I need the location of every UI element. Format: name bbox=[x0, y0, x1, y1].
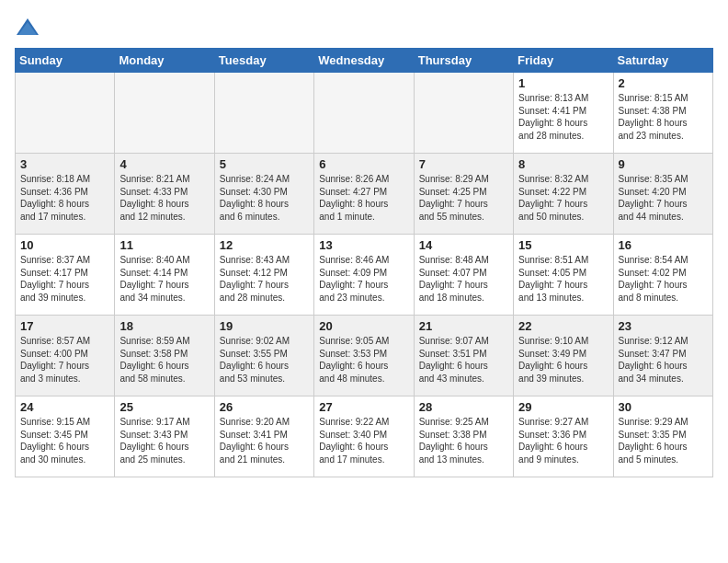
calendar-cell: 16Sunrise: 8:54 AM Sunset: 4:02 PM Dayli… bbox=[613, 235, 712, 316]
day-number: 12 bbox=[220, 238, 309, 252]
day-info: Sunrise: 8:15 AM Sunset: 4:38 PM Dayligh… bbox=[619, 92, 708, 142]
column-header-friday: Friday bbox=[514, 49, 613, 73]
calendar-cell: 4Sunrise: 8:21 AM Sunset: 4:33 PM Daylig… bbox=[115, 154, 214, 235]
calendar-cell bbox=[214, 73, 313, 154]
day-info: Sunrise: 9:07 AM Sunset: 3:51 PM Dayligh… bbox=[419, 335, 508, 385]
calendar-cell bbox=[16, 73, 115, 154]
calendar-cell: 23Sunrise: 9:12 AM Sunset: 3:47 PM Dayli… bbox=[613, 316, 712, 396]
day-info: Sunrise: 8:37 AM Sunset: 4:17 PM Dayligh… bbox=[20, 254, 109, 304]
calendar-week-row: 24Sunrise: 9:15 AM Sunset: 3:45 PM Dayli… bbox=[16, 396, 713, 477]
day-number: 17 bbox=[20, 319, 109, 333]
calendar-cell bbox=[115, 73, 214, 154]
day-info: Sunrise: 9:05 AM Sunset: 3:53 PM Dayligh… bbox=[319, 335, 408, 385]
day-number: 23 bbox=[619, 319, 708, 333]
calendar-cell: 12Sunrise: 8:43 AM Sunset: 4:12 PM Dayli… bbox=[214, 235, 313, 316]
column-header-wednesday: Wednesday bbox=[314, 49, 414, 73]
day-number: 1 bbox=[518, 76, 608, 90]
day-number: 27 bbox=[319, 400, 408, 414]
day-info: Sunrise: 8:57 AM Sunset: 4:00 PM Dayligh… bbox=[20, 335, 109, 385]
calendar-cell: 10Sunrise: 8:37 AM Sunset: 4:17 PM Dayli… bbox=[16, 235, 115, 316]
day-number: 14 bbox=[419, 238, 508, 252]
day-info: Sunrise: 8:13 AM Sunset: 4:41 PM Dayligh… bbox=[518, 92, 608, 142]
day-info: Sunrise: 8:51 AM Sunset: 4:05 PM Dayligh… bbox=[518, 254, 608, 304]
calendar-cell: 3Sunrise: 8:18 AM Sunset: 4:36 PM Daylig… bbox=[16, 154, 115, 235]
calendar-cell: 6Sunrise: 8:26 AM Sunset: 4:27 PM Daylig… bbox=[314, 154, 414, 235]
day-info: Sunrise: 8:40 AM Sunset: 4:14 PM Dayligh… bbox=[119, 254, 209, 304]
page-header bbox=[15, 15, 713, 40]
calendar-cell: 5Sunrise: 8:24 AM Sunset: 4:30 PM Daylig… bbox=[214, 154, 313, 235]
calendar-cell bbox=[314, 73, 414, 154]
calendar-cell: 22Sunrise: 9:10 AM Sunset: 3:49 PM Dayli… bbox=[514, 316, 613, 396]
day-number: 20 bbox=[319, 319, 408, 333]
day-info: Sunrise: 8:48 AM Sunset: 4:07 PM Dayligh… bbox=[419, 254, 508, 304]
calendar-cell: 20Sunrise: 9:05 AM Sunset: 3:53 PM Dayli… bbox=[314, 316, 414, 396]
calendar-header-row: SundayMondayTuesdayWednesdayThursdayFrid… bbox=[16, 49, 713, 73]
day-info: Sunrise: 8:46 AM Sunset: 4:09 PM Dayligh… bbox=[319, 254, 408, 304]
day-info: Sunrise: 8:35 AM Sunset: 4:20 PM Dayligh… bbox=[619, 173, 708, 223]
day-info: Sunrise: 8:43 AM Sunset: 4:12 PM Dayligh… bbox=[220, 254, 309, 304]
day-number: 24 bbox=[20, 400, 109, 414]
day-info: Sunrise: 8:29 AM Sunset: 4:25 PM Dayligh… bbox=[419, 173, 508, 223]
calendar: SundayMondayTuesdayWednesdayThursdayFrid… bbox=[15, 48, 713, 477]
day-info: Sunrise: 8:59 AM Sunset: 3:58 PM Dayligh… bbox=[119, 335, 209, 385]
day-number: 13 bbox=[319, 238, 408, 252]
calendar-cell: 15Sunrise: 8:51 AM Sunset: 4:05 PM Dayli… bbox=[514, 235, 613, 316]
day-info: Sunrise: 8:32 AM Sunset: 4:22 PM Dayligh… bbox=[518, 173, 608, 223]
day-info: Sunrise: 9:22 AM Sunset: 3:40 PM Dayligh… bbox=[319, 416, 408, 465]
day-info: Sunrise: 9:15 AM Sunset: 3:45 PM Dayligh… bbox=[20, 416, 109, 465]
day-info: Sunrise: 8:26 AM Sunset: 4:27 PM Dayligh… bbox=[319, 173, 408, 223]
day-number: 2 bbox=[619, 76, 708, 90]
day-info: Sunrise: 9:10 AM Sunset: 3:49 PM Dayligh… bbox=[518, 335, 608, 385]
column-header-thursday: Thursday bbox=[414, 49, 513, 73]
day-number: 11 bbox=[119, 238, 209, 252]
calendar-cell: 13Sunrise: 8:46 AM Sunset: 4:09 PM Dayli… bbox=[314, 235, 414, 316]
calendar-cell: 19Sunrise: 9:02 AM Sunset: 3:55 PM Dayli… bbox=[214, 316, 313, 396]
calendar-cell: 21Sunrise: 9:07 AM Sunset: 3:51 PM Dayli… bbox=[414, 316, 513, 396]
day-number: 22 bbox=[518, 319, 608, 333]
day-info: Sunrise: 9:20 AM Sunset: 3:41 PM Dayligh… bbox=[220, 416, 309, 465]
calendar-cell: 9Sunrise: 8:35 AM Sunset: 4:20 PM Daylig… bbox=[613, 154, 712, 235]
calendar-week-row: 10Sunrise: 8:37 AM Sunset: 4:17 PM Dayli… bbox=[16, 235, 713, 316]
calendar-cell: 17Sunrise: 8:57 AM Sunset: 4:00 PM Dayli… bbox=[16, 316, 115, 396]
day-number: 7 bbox=[419, 157, 508, 171]
calendar-cell: 30Sunrise: 9:29 AM Sunset: 3:35 PM Dayli… bbox=[613, 396, 712, 477]
calendar-cell: 2Sunrise: 8:15 AM Sunset: 4:38 PM Daylig… bbox=[613, 73, 712, 154]
day-info: Sunrise: 9:27 AM Sunset: 3:36 PM Dayligh… bbox=[518, 416, 608, 465]
calendar-cell: 7Sunrise: 8:29 AM Sunset: 4:25 PM Daylig… bbox=[414, 154, 513, 235]
column-header-monday: Monday bbox=[115, 49, 214, 73]
column-header-tuesday: Tuesday bbox=[214, 49, 313, 73]
day-info: Sunrise: 8:21 AM Sunset: 4:33 PM Dayligh… bbox=[119, 173, 209, 223]
calendar-cell: 26Sunrise: 9:20 AM Sunset: 3:41 PM Dayli… bbox=[214, 396, 313, 477]
logo-icon bbox=[15, 15, 40, 40]
day-number: 9 bbox=[619, 157, 708, 171]
day-info: Sunrise: 9:02 AM Sunset: 3:55 PM Dayligh… bbox=[220, 335, 309, 385]
logo bbox=[15, 15, 44, 40]
day-number: 30 bbox=[619, 400, 708, 414]
day-info: Sunrise: 9:25 AM Sunset: 3:38 PM Dayligh… bbox=[419, 416, 508, 465]
calendar-cell: 1Sunrise: 8:13 AM Sunset: 4:41 PM Daylig… bbox=[514, 73, 613, 154]
day-info: Sunrise: 9:29 AM Sunset: 3:35 PM Dayligh… bbox=[619, 416, 708, 465]
day-info: Sunrise: 9:17 AM Sunset: 3:43 PM Dayligh… bbox=[119, 416, 209, 465]
day-number: 26 bbox=[220, 400, 309, 414]
calendar-cell bbox=[414, 73, 513, 154]
day-info: Sunrise: 8:24 AM Sunset: 4:30 PM Dayligh… bbox=[220, 173, 309, 223]
day-number: 15 bbox=[518, 238, 608, 252]
column-header-saturday: Saturday bbox=[613, 49, 712, 73]
day-number: 19 bbox=[220, 319, 309, 333]
day-number: 3 bbox=[20, 157, 109, 171]
calendar-week-row: 1Sunrise: 8:13 AM Sunset: 4:41 PM Daylig… bbox=[16, 73, 713, 154]
day-number: 4 bbox=[119, 157, 209, 171]
day-number: 18 bbox=[119, 319, 209, 333]
calendar-week-row: 3Sunrise: 8:18 AM Sunset: 4:36 PM Daylig… bbox=[16, 154, 713, 235]
day-info: Sunrise: 9:12 AM Sunset: 3:47 PM Dayligh… bbox=[619, 335, 708, 385]
day-number: 6 bbox=[319, 157, 408, 171]
day-number: 29 bbox=[518, 400, 608, 414]
day-number: 28 bbox=[419, 400, 508, 414]
calendar-cell: 29Sunrise: 9:27 AM Sunset: 3:36 PM Dayli… bbox=[514, 396, 613, 477]
day-number: 5 bbox=[220, 157, 309, 171]
calendar-cell: 25Sunrise: 9:17 AM Sunset: 3:43 PM Dayli… bbox=[115, 396, 214, 477]
calendar-cell: 28Sunrise: 9:25 AM Sunset: 3:38 PM Dayli… bbox=[414, 396, 513, 477]
calendar-cell: 18Sunrise: 8:59 AM Sunset: 3:58 PM Dayli… bbox=[115, 316, 214, 396]
day-number: 16 bbox=[619, 238, 708, 252]
day-number: 21 bbox=[419, 319, 508, 333]
